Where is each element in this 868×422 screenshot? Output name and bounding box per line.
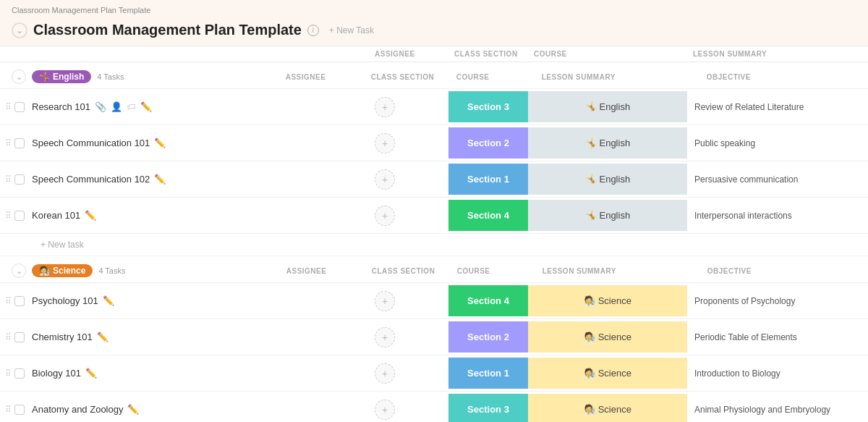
- course-tag: 🤸 English: [528, 200, 687, 231]
- edit-icon[interactable]: ✏️: [154, 138, 166, 148]
- section-cell: Section 2: [448, 127, 528, 159]
- course-cell: 🧑‍🔬 Science: [528, 321, 687, 353]
- task-checkbox[interactable]: [14, 332, 25, 342]
- section-cell: Section 3: [448, 394, 528, 422]
- assignee-button[interactable]: +: [375, 169, 395, 190]
- assignee-header-english: ASSIGNEE: [280, 73, 359, 81]
- lesson-summary-cell: Public speaking: [687, 132, 868, 154]
- edit-icon[interactable]: ✏️: [154, 174, 166, 185]
- task-checkbox[interactable]: [14, 368, 25, 379]
- task-name-cell: Anatomy and Zoology 📎 👤 🏷 ✏️: [29, 398, 369, 421]
- table-row: ⠿ Chemistry 101 📎 👤 🏷 ✏️ + Section 2 🧑‍🔬…: [0, 319, 868, 355]
- assignee-button[interactable]: +: [375, 97, 395, 117]
- course-header-science: COURSE: [451, 267, 531, 275]
- drag-handle[interactable]: ⠿: [5, 211, 12, 221]
- new-task-button[interactable]: + New Task: [325, 24, 378, 37]
- objective-header-english: OBJECTIVE: [701, 73, 856, 81]
- new-task-row-english[interactable]: + New task: [0, 234, 868, 256]
- group-header-english: ⌄ 🤸 English 4 Tasks ASSIGNEE CLASS SECTI…: [0, 62, 868, 89]
- paperclip-icon[interactable]: 📎: [95, 101, 106, 112]
- row-controls: ⠿: [0, 102, 29, 112]
- table-row: ⠿ Korean 101 📎 👤 🏷 ✏️ + Section 4 🤸 Engl…: [0, 198, 868, 234]
- edit-icon[interactable]: ✏️: [103, 295, 114, 306]
- edit-icon[interactable]: ✏️: [85, 210, 96, 221]
- assignee-button[interactable]: +: [375, 327, 395, 347]
- task-name: Research 101: [32, 101, 90, 112]
- course-tag: 🤸 English: [528, 91, 687, 122]
- assignee-header-science: ASSIGNEE: [281, 267, 360, 275]
- task-checkbox[interactable]: [14, 211, 25, 221]
- course-cell: 🤸 English: [528, 127, 687, 159]
- class-section-col-header: Class Section: [448, 46, 528, 62]
- task-name: Speech Communication 101: [32, 138, 150, 148]
- assignee-button[interactable]: +: [375, 400, 395, 420]
- course-cell: 🤸 English: [528, 200, 687, 231]
- group-toggle-science[interactable]: ⌄: [12, 263, 26, 278]
- section-tag: Section 2: [448, 321, 528, 353]
- column-headers: Assignee Class Section Course Lesson Sum…: [0, 46, 868, 62]
- row-controls: ⠿: [0, 368, 29, 379]
- section-cell: Section 4: [448, 200, 528, 231]
- lesson-summary-header-english: LESSON SUMMARY: [536, 73, 695, 81]
- row-controls: ⠿: [0, 174, 29, 185]
- drag-handle[interactable]: ⠿: [5, 405, 12, 415]
- lesson-summary-cell: Proponents of Psychology: [687, 290, 868, 312]
- drag-handle[interactable]: ⠿: [5, 296, 12, 306]
- section-tag: Section 1: [448, 358, 528, 389]
- class-section-header-english: CLASS SECTION: [365, 73, 445, 81]
- lesson-summary-cell: Persuasive communication: [687, 169, 868, 190]
- course-cell: 🤸 English: [528, 164, 687, 195]
- group-task-count-science: 4 Tasks: [98, 266, 125, 275]
- assignee-cell: +: [369, 130, 448, 156]
- drag-handle[interactable]: ⠿: [5, 174, 12, 185]
- drag-handle[interactable]: ⠿: [5, 332, 12, 342]
- task-name-cell: Speech Communication 101 📎 👤 🏷 ✏️: [29, 132, 369, 154]
- course-tag: 🧑‍🔬 Science: [528, 358, 687, 389]
- info-icon[interactable]: i: [307, 25, 319, 36]
- row-controls: ⠿: [0, 332, 29, 342]
- lesson-summary-cell: Introduction to Biology: [687, 363, 868, 384]
- section-tag: Section 3: [448, 394, 528, 422]
- group-toggle-english[interactable]: ⌄: [12, 69, 26, 84]
- drag-handle[interactable]: ⠿: [5, 368, 12, 379]
- course-tag: 🧑‍🔬 Science: [528, 321, 687, 353]
- edit-icon[interactable]: ✏️: [140, 101, 152, 112]
- course-cell: 🧑‍🔬 Science: [528, 358, 687, 389]
- course-cell: 🧑‍🔬 Science: [528, 394, 687, 422]
- table-row: ⠿ Speech Communication 102 📎 👤 🏷 ✏️ + Se…: [0, 161, 868, 198]
- lesson-summary-cell: Interpersonal interactions: [687, 205, 868, 227]
- task-checkbox[interactable]: [14, 174, 25, 185]
- drag-handle[interactable]: ⠿: [5, 102, 12, 112]
- edit-icon[interactable]: ✏️: [127, 404, 139, 415]
- course-col-header: Course: [528, 46, 687, 62]
- section-cell: Section 1: [448, 358, 528, 389]
- tag-icon[interactable]: 🏷: [127, 101, 136, 112]
- person-icon[interactable]: 👤: [111, 101, 122, 112]
- row-controls: ⠿: [0, 405, 29, 415]
- section-tag: Section 4: [448, 200, 528, 231]
- task-checkbox[interactable]: [14, 296, 25, 306]
- task-checkbox[interactable]: [14, 102, 25, 112]
- assignee-button[interactable]: +: [375, 206, 395, 226]
- group-header-science: ⌄ 🧑‍🔬 Science 4 Tasks ASSIGNEE CLASS SEC…: [0, 256, 868, 283]
- page-toggle-icon[interactable]: ⌄: [12, 22, 27, 38]
- task-checkbox[interactable]: [14, 138, 25, 148]
- task-name-cell: Korean 101 📎 👤 🏷 ✏️: [29, 204, 369, 227]
- edit-icon[interactable]: ✏️: [85, 368, 97, 379]
- drag-handle[interactable]: ⠿: [5, 138, 12, 148]
- assignee-button[interactable]: +: [375, 363, 395, 384]
- assignee-cell: +: [369, 360, 448, 387]
- section-cell: Section 1: [448, 164, 528, 195]
- task-name-cell: Biology 101 📎 👤 🏷 ✏️: [29, 362, 369, 384]
- lesson-summary-cell: Animal Physiology and Embryology: [687, 399, 868, 421]
- assignee-button[interactable]: +: [375, 291, 395, 311]
- task-checkbox[interactable]: [14, 405, 25, 415]
- section-tag: Section 3: [448, 91, 528, 122]
- edit-icon[interactable]: ✏️: [97, 332, 109, 342]
- table-container: Assignee Class Section Course Lesson Sum…: [0, 46, 868, 422]
- task-name-cell: Speech Communication 102 📎 👤 🏷 ✏️: [29, 168, 369, 190]
- course-tag: 🧑‍🔬 Science: [528, 285, 687, 316]
- assignee-cell: +: [369, 94, 448, 120]
- task-name-cell: Psychology 101 📎 👤 🏷 ✏️: [29, 290, 369, 312]
- assignee-button[interactable]: +: [375, 133, 395, 153]
